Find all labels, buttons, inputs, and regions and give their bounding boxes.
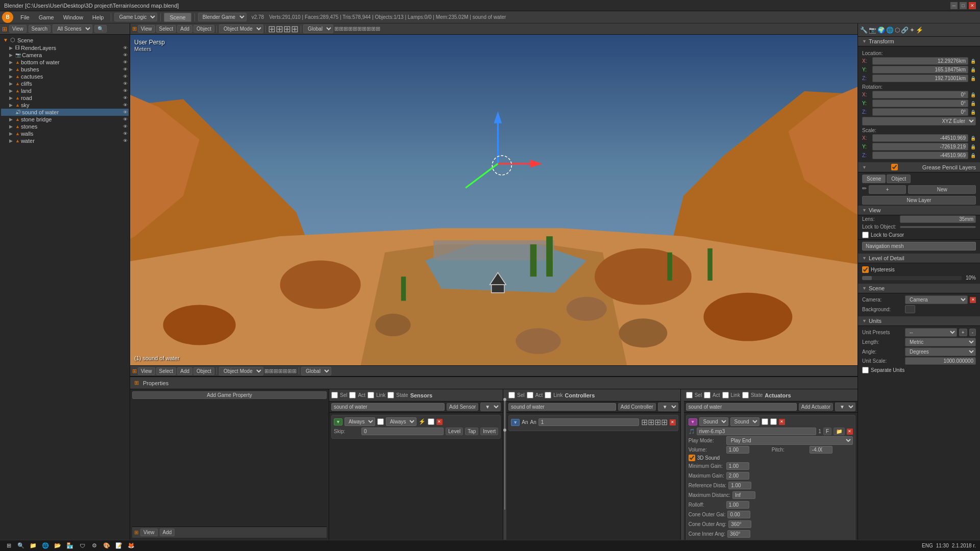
act-sel[interactable]: [686, 392, 693, 398]
scene-icon-right[interactable]: 🌍: [877, 27, 885, 34]
gp-scene-tab[interactable]: Scene: [862, 174, 886, 183]
nav-mesh-btn[interactable]: Navigation mesh: [862, 242, 976, 251]
engine-selector[interactable]: Blender Game: [198, 13, 247, 21]
outliner-item-cactuses[interactable]: ▶ ▲ cactuses 👁: [1, 73, 129, 80]
eye-bottom-water[interactable]: 👁: [123, 60, 128, 65]
eye-icon[interactable]: 👁: [123, 45, 128, 51]
ctrl-delete-btn[interactable]: ✕: [670, 419, 676, 425]
menu-game[interactable]: Game: [35, 13, 58, 21]
rot-z-lock[interactable]: 🔒: [970, 110, 976, 115]
ctrl-num-input[interactable]: [538, 418, 639, 426]
app2-taskbar-btn[interactable]: 📝: [114, 541, 124, 550]
eye-icon-camera[interactable]: 👁: [123, 53, 128, 58]
vp-global-sel[interactable]: Global: [303, 24, 333, 33]
sensor-enabled-chk[interactable]: [428, 418, 434, 425]
scene-tab[interactable]: Scene: [164, 13, 191, 22]
sensor-subtype-sel[interactable]: Always: [386, 417, 416, 426]
rot-y-lock[interactable]: 🔒: [970, 101, 976, 106]
outliner-item-camera[interactable]: ▶ 📷 Camera 👁: [1, 52, 129, 59]
scale-z-lock[interactable]: 🔒: [970, 153, 976, 158]
blender-taskbar-btn[interactable]: 🎨: [102, 541, 111, 550]
sound-file-input[interactable]: [697, 428, 817, 435]
sensor-type-sel[interactable]: Always: [345, 417, 375, 426]
max-gain-input[interactable]: [726, 472, 749, 480]
tap-btn[interactable]: Tap: [465, 428, 478, 435]
props-add-footer-btn[interactable]: Add: [160, 529, 175, 536]
props-view-footer-btn[interactable]: View: [140, 529, 158, 536]
logic-view-btn[interactable]: View: [138, 367, 155, 375]
editor-type-selector[interactable]: Game Logic: [114, 13, 157, 21]
outliner-item-sound-of-water[interactable]: 🔊 sound of water 👁: [1, 109, 129, 116]
scale-y-lock[interactable]: 🔒: [970, 144, 976, 149]
act-check-2[interactable]: [770, 418, 777, 425]
rot-mode-sel[interactable]: XYZ Euler: [862, 117, 976, 126]
act-add-type[interactable]: ▼: [835, 403, 855, 411]
min-gain-input[interactable]: [726, 462, 749, 470]
vp-view-btn[interactable]: View: [138, 25, 155, 33]
units-panel-header[interactable]: ▼ Units: [858, 316, 980, 326]
loc-y-lock[interactable]: 🔒: [970, 67, 976, 72]
outliner-item-walls[interactable]: ▶ ▲ walls 👁: [1, 130, 129, 137]
constraints-icon[interactable]: 🔗: [901, 27, 909, 34]
physics-icon[interactable]: ⚡: [916, 27, 923, 34]
view-panel-header[interactable]: ▼ View: [858, 206, 980, 215]
play-mode-sel[interactable]: Play End: [726, 436, 853, 445]
scale-x-value[interactable]: -44510.969: [872, 134, 968, 142]
transform-panel-header[interactable]: ▼ Transform: [858, 37, 980, 46]
act-type-main[interactable]: Sound: [699, 417, 728, 426]
rolloff-input[interactable]: [726, 501, 749, 509]
sound-file-f-btn[interactable]: F: [823, 428, 831, 435]
particles-icon[interactable]: ✦: [910, 27, 915, 34]
menu-help[interactable]: Help: [88, 13, 108, 21]
outliner-search-btn[interactable]: Search: [29, 25, 51, 33]
pitch-input[interactable]: [810, 446, 832, 454]
outliner-item-bottom-water[interactable]: ▶ ▲ bottom of water 👁: [1, 59, 129, 66]
unit-presets-add[interactable]: +: [959, 329, 967, 336]
outliner-item-sky[interactable]: ▶ ▲ sky 👁: [1, 102, 129, 109]
files-taskbar-btn[interactable]: 📁: [29, 541, 38, 550]
gp-new-layer-btn[interactable]: New Layer: [862, 196, 976, 205]
ctrl-sel[interactable]: [508, 392, 515, 398]
maximize-button[interactable]: □: [960, 2, 967, 9]
outliner-scene-item[interactable]: ▼ ⬡ Scene: [1, 36, 129, 44]
skip-input[interactable]: [361, 428, 444, 435]
length-sel[interactable]: Metric: [905, 338, 976, 346]
outliner-item-water[interactable]: ▶ ▲ water 👁: [1, 137, 129, 144]
props-icon-right[interactable]: 🔧: [860, 27, 868, 34]
ctrl-act[interactable]: [527, 392, 533, 398]
angle-sel[interactable]: Degrees: [905, 347, 976, 356]
outliner-item-road[interactable]: ▶ ▲ road 👁: [1, 94, 129, 102]
sensors-add-type[interactable]: ▼: [480, 403, 501, 411]
hysteresis-bar[interactable]: [862, 276, 962, 280]
unit-presets-remove[interactable]: -: [969, 329, 976, 336]
explorer-taskbar-btn[interactable]: 📂: [53, 541, 62, 550]
minimize-button[interactable]: ─: [950, 2, 958, 9]
rot-z-value[interactable]: 0°: [872, 108, 968, 116]
sound-file-clear-btn[interactable]: ✕: [847, 429, 853, 435]
ctrl-link[interactable]: [545, 392, 551, 398]
camera-sel[interactable]: Camera: [905, 295, 968, 304]
edge-taskbar-btn[interactable]: 🌐: [41, 541, 50, 550]
add-game-property-btn[interactable]: Add Game Property: [132, 391, 327, 399]
defender-taskbar-btn[interactable]: 🛡: [78, 541, 87, 550]
grease-pencil-header[interactable]: ▼ Grease Pencil Layers: [858, 162, 980, 172]
background-color-btn[interactable]: [905, 305, 915, 313]
level-btn[interactable]: Level: [446, 428, 463, 435]
scale-x-lock[interactable]: 🔒: [970, 136, 976, 141]
logic-mode-sel[interactable]: Object Mode: [219, 367, 263, 375]
outliner-item-stone-bridge[interactable]: ▶ ▲ stone bridge 👁: [1, 116, 129, 123]
add-sensor-btn[interactable]: Add Sensor: [447, 403, 478, 411]
gp-enabled-check[interactable]: [891, 164, 898, 170]
lock-cursor-check[interactable]: [862, 232, 869, 238]
outliner-search-icon-btn[interactable]: 🔍: [94, 25, 107, 33]
loc-x-value[interactable]: 12.29276km: [872, 57, 968, 65]
max-dist-input[interactable]: [732, 491, 755, 499]
render-icon[interactable]: 📷: [869, 27, 876, 34]
volume-input[interactable]: [726, 446, 749, 454]
separate-units-check[interactable]: [862, 367, 869, 373]
lod-header[interactable]: ▼ Level of Detail: [858, 254, 980, 263]
outliner-scene-sel[interactable]: All Scenes: [53, 24, 92, 33]
menu-window[interactable]: Window: [59, 13, 87, 21]
sensor-expand-btn[interactable]: ▼: [334, 418, 342, 425]
lens-value[interactable]: 35mm: [900, 215, 976, 223]
